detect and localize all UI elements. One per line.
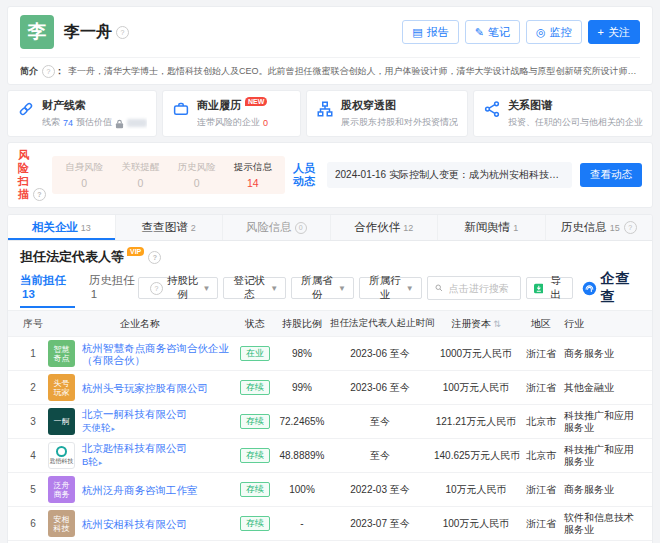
- company-name-link[interactable]: 杭州智慧奇点商务咨询合伙企业（有限合伙）: [82, 342, 232, 366]
- business-history-card[interactable]: 商业履历 NEW 连带风险的企业 0: [162, 90, 301, 137]
- row-index: 1: [20, 345, 46, 362]
- card-title: 股权穿透图: [341, 98, 458, 113]
- company-logo: 安相科技: [48, 510, 75, 537]
- plus-icon: +: [598, 26, 604, 38]
- registered-capital: 100万元人民币: [432, 514, 520, 534]
- industry: 商务服务业: [562, 481, 640, 499]
- subtabs: 当前担任13 历史担任1: [20, 273, 138, 308]
- org-chart-icon: [316, 100, 334, 118]
- link-icon: [17, 100, 35, 118]
- follow-button[interactable]: + 关注: [588, 20, 640, 44]
- monitor-button[interactable]: ◎ 监控: [526, 20, 582, 44]
- status-badge: 在业: [240, 346, 270, 361]
- share-graph-icon: [483, 100, 501, 118]
- row-index: 5: [20, 481, 46, 498]
- risk-stat-self: 自身风险 0: [56, 161, 112, 189]
- note-button[interactable]: ✎ 笔记: [465, 20, 520, 44]
- registered-capital: 100万元人民币: [432, 378, 520, 398]
- search-icon: [435, 283, 443, 293]
- filter-industry[interactable]: 所属行业▼: [359, 277, 422, 299]
- col-header-status: 状态: [234, 314, 276, 334]
- tab-history-info[interactable]: 历史信息15 ?: [546, 215, 653, 240]
- status-badge: 存续: [240, 516, 270, 531]
- shareholding-ratio: 98%: [276, 345, 328, 362]
- lock-icon: [115, 119, 124, 129]
- table-row: 1 智慧奇点 杭州智慧奇点商务咨询合伙企业（有限合伙） ▸ 在业: [8, 337, 652, 371]
- qichacha-logo-icon: [582, 280, 597, 297]
- chevron-down-icon: ▼: [338, 284, 346, 293]
- region: 浙江省: [520, 480, 562, 500]
- status-badge: 存续: [240, 380, 270, 395]
- report-button[interactable]: ▤ 报告: [402, 20, 458, 44]
- company-name-link[interactable]: 杭州安相科技有限公司: [82, 518, 187, 530]
- intro-line: 简介 ? ： 李一舟，清华大学博士，匙悟科技创始人及CEO。此前曾担任微蜜联合创…: [20, 57, 640, 78]
- funding-round-tag[interactable]: B轮▸: [82, 456, 187, 469]
- search-input[interactable]: [447, 282, 513, 295]
- company-name-link[interactable]: 北京一舸科技有限公司: [82, 408, 187, 420]
- view-dynamics-button[interactable]: 查看动态: [580, 163, 642, 187]
- equity-penetration-card[interactable]: 股权穿透图 展示股东持股和对外投资情况: [306, 90, 468, 137]
- col-header-ratio: 持股比例: [276, 314, 328, 334]
- company-name-link[interactable]: 北京匙悟科技有限公司: [82, 442, 187, 454]
- tenure-period: 2023-06 至今: [328, 378, 432, 398]
- export-button[interactable]: 导出: [526, 277, 573, 299]
- industry: 科技推广和应用服务业: [562, 407, 640, 437]
- tenure-period: 至今: [328, 446, 432, 466]
- brand: 企查查: [582, 270, 640, 306]
- tab-related-companies[interactable]: 相关企业13: [8, 215, 116, 240]
- registered-capital: 121.21万元人民币: [432, 412, 520, 432]
- industry: 其他金融业: [562, 379, 640, 397]
- feature-cards-row: 财产线索 线索 74 预估价值 商业履历: [7, 90, 653, 137]
- registered-capital: 1000万元人民币: [432, 344, 520, 364]
- filter-registration-status[interactable]: 登记状态▼: [223, 277, 286, 299]
- vip-badge: VIP: [127, 247, 144, 256]
- shareholding-ratio: 72.2465%: [276, 413, 328, 430]
- col-header-region: 地区: [520, 314, 562, 334]
- brand-name: 企查查: [601, 270, 640, 306]
- table-row: 4 匙悟科技 北京匙悟科技有限公司 B轮▸ 存续: [8, 439, 652, 473]
- row-index: 6: [20, 515, 46, 532]
- shareholding-ratio: 100%: [276, 481, 328, 498]
- filter-province[interactable]: 所属省份▼: [291, 277, 354, 299]
- filter-shareholding[interactable]: ? 持股比例▼: [138, 277, 219, 299]
- relationship-graph-card[interactable]: 关系图谱 投资、任职的公司与他相关的企业: [473, 90, 653, 137]
- risk-stat-related: 关联提醒 0: [112, 161, 168, 189]
- chevron-down-icon: ▼: [270, 284, 278, 293]
- sort-icon: ⇅: [493, 319, 501, 329]
- region: 浙江省: [520, 344, 562, 364]
- status-badge: 存续: [240, 448, 270, 463]
- chevron-right-icon: ▸: [99, 459, 103, 466]
- tab-partners[interactable]: 合作伙伴12: [331, 215, 439, 240]
- logo-ring-icon: [56, 446, 67, 457]
- risk-personnel-row: 风险扫描? 自身风险 0 关联提醒 0 历史风险 0 提示信息 14 人员动态 …: [7, 142, 653, 208]
- tab-risk-info[interactable]: 风险信息0: [223, 215, 331, 240]
- tab-news[interactable]: 新闻舆情1: [438, 215, 546, 240]
- tenure-period: 至今: [328, 412, 432, 432]
- funding-round-tag[interactable]: 天使轮▸: [82, 422, 187, 435]
- table-row: 2 头号玩家 杭州头号玩家控股有限公司 ▸ 存续: [8, 371, 652, 405]
- legal-rep-section: 担任法定代表人等 VIP ? 当前担任13 历史担任1 ? 持股比例▼: [8, 241, 652, 310]
- company-name-link[interactable]: 杭州泛舟商务咨询工作室: [82, 484, 198, 496]
- hidden-value-blur: [127, 119, 147, 127]
- card-desc: 投资、任职的公司与他相关的企业: [508, 116, 643, 129]
- main-content-card: 相关企业13 查查图谱2 风险信息0 合作伙伴12 新闻舆情1 历史信息15 ?…: [7, 214, 653, 543]
- risk-stat-history: 历史风险 0: [169, 161, 225, 189]
- col-header-capital[interactable]: 注册资本⇅: [432, 314, 520, 334]
- table-row: 5 泛舟商务 杭州泛舟商务咨询工作室 ▸ 存续 1: [8, 473, 652, 507]
- risk-stat-alerts: 提示信息 14: [225, 161, 281, 189]
- tab-chacha-graph[interactable]: 查查图谱2: [116, 215, 224, 240]
- risk-stats-box[interactable]: 自身风险 0 关联提醒 0 历史风险 0 提示信息 14: [52, 156, 285, 194]
- region: 北京市: [520, 446, 562, 466]
- shareholding-ratio: -: [276, 515, 328, 532]
- industry: 商务服务业: [562, 345, 640, 363]
- region: 浙江省: [520, 514, 562, 534]
- col-header-period: 担任法定代表人起止时间: [328, 314, 432, 333]
- property-clues-card[interactable]: 财产线索 线索 74 预估价值: [7, 90, 157, 137]
- subtab-history[interactable]: 历史担任1: [89, 273, 138, 308]
- subtab-current[interactable]: 当前担任13: [20, 273, 75, 308]
- company-name-link[interactable]: 杭州头号玩家控股有限公司: [82, 382, 208, 394]
- search-box[interactable]: [427, 276, 521, 300]
- status-badge: 存续: [240, 482, 270, 497]
- company-logo: 泛舟商务: [48, 476, 75, 503]
- personnel-dynamics-text: 2024-01-16 实际控制人变更：成为杭州安相科技有限公司的实际控制人: [327, 162, 572, 188]
